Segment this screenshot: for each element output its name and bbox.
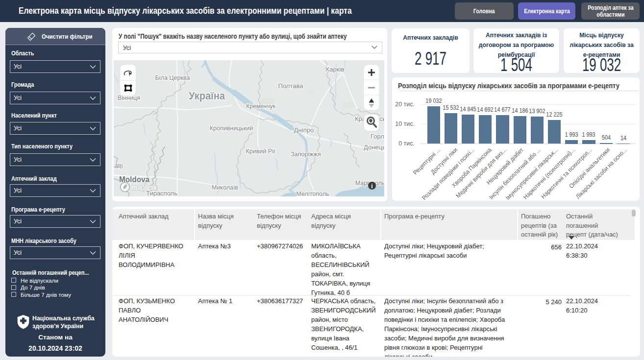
svg-text:Полтава: Полтава: [278, 82, 304, 90]
svg-text:Кривий Ріг: Кривий Ріг: [246, 148, 276, 155]
svg-text:Дніпро: Дніпро: [294, 126, 314, 134]
svg-text:Миколаїв: Миколаїв: [212, 184, 238, 191]
svg-text:Україна: Україна: [189, 90, 225, 102]
svg-text:Біла Церква: Біла Церква: [155, 74, 190, 81]
svg-text:mapbox: mapbox: [131, 183, 157, 192]
svg-text:Кропивницький: Кропивницький: [210, 125, 253, 132]
svg-text:Bălți: Bălți: [114, 162, 123, 169]
svg-text:Кременчук: Кременчук: [246, 103, 275, 110]
svg-text:ськ: ськ: [379, 115, 384, 122]
svg-text:Харків: Харків: [325, 66, 345, 73]
svg-text:Мелітополь: Мелітополь: [297, 191, 329, 196]
svg-text:Горлі: Горлі: [371, 133, 384, 140]
svg-text:Запоріжжя: Запоріжжя: [291, 151, 321, 158]
svg-text:Донець: Донець: [364, 144, 384, 151]
